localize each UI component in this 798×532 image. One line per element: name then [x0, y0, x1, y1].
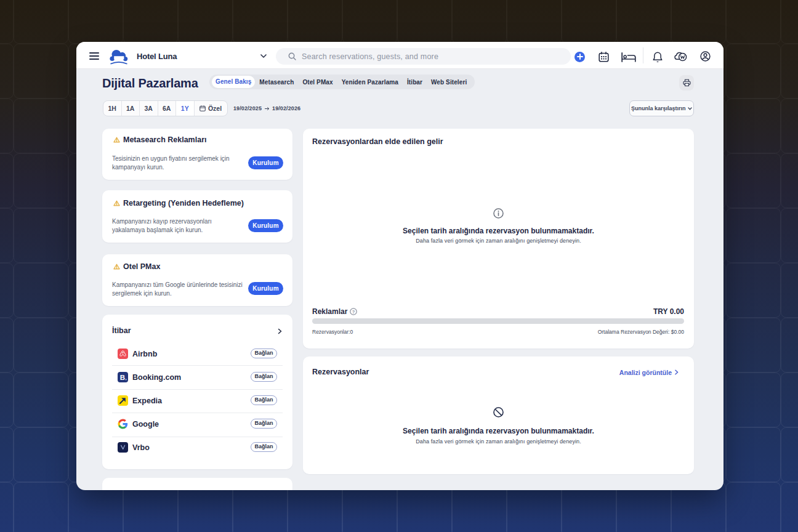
- svg-text:?: ?: [352, 309, 355, 315]
- svg-text:B: B: [120, 374, 125, 381]
